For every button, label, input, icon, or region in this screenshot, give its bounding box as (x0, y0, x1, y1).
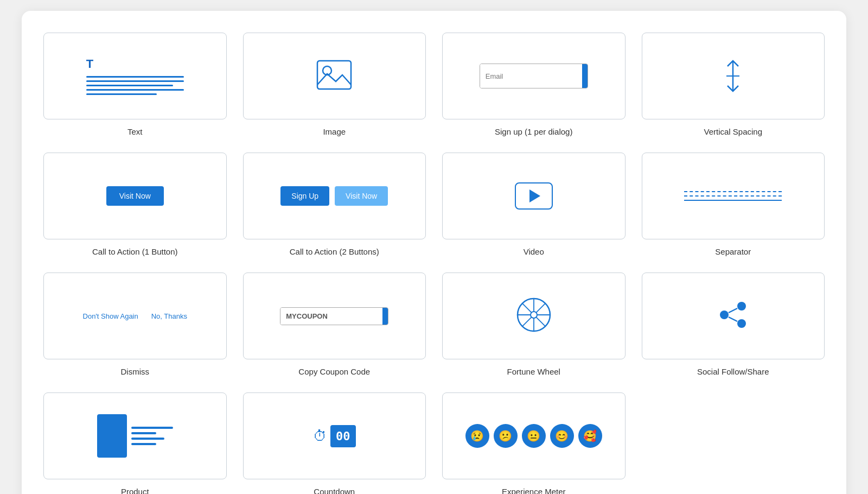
grid-item-social: Social Follow/Share (642, 273, 825, 376)
label-vspacing: Vertical Spacing (704, 127, 762, 136)
emoji-love: 🥰 (578, 424, 602, 448)
label-product: Product (121, 487, 149, 494)
product-icon (97, 414, 173, 458)
label-coupon: Copy Coupon Code (298, 367, 370, 376)
card-cta1[interactable]: Visit Now (43, 153, 227, 239)
coupon-copy-button[interactable]: COPY (382, 308, 388, 325)
grid-item-separator: Separator (642, 153, 825, 256)
widget-grid: T Text (43, 33, 825, 494)
card-coupon[interactable]: COPY (243, 273, 426, 359)
image-icon (315, 59, 353, 93)
label-cta1: Call to Action (1 Button) (92, 247, 178, 256)
svg-point-16 (737, 319, 746, 328)
countdown-display: 00 (330, 425, 356, 447)
label-fortune: Fortune Wheel (507, 367, 560, 376)
card-fortune[interactable] (442, 273, 626, 359)
emoji-neutral: 😐 (522, 424, 546, 448)
grid-item-video: Video (442, 153, 626, 256)
card-vspacing[interactable] (642, 33, 825, 119)
card-signup[interactable]: Sign Up (442, 33, 626, 119)
label-text: Text (127, 127, 143, 136)
svg-line-12 (536, 303, 545, 313)
label-social: Social Follow/Share (697, 367, 769, 376)
label-image: Image (323, 127, 346, 136)
card-experience[interactable]: 😢 😕 😐 😊 🥰 (442, 392, 626, 479)
label-dismiss: Dismiss (121, 367, 150, 376)
main-container: T Text (22, 11, 846, 494)
cta1-button[interactable]: Visit Now (106, 186, 164, 206)
card-product[interactable] (43, 392, 227, 479)
product-text-lines (131, 414, 173, 458)
emoji-very-sad: 😢 (465, 424, 489, 448)
svg-line-10 (522, 303, 532, 313)
clock-icon: ⏱ (313, 428, 327, 445)
svg-point-14 (737, 302, 746, 311)
card-image[interactable] (243, 33, 426, 119)
dismiss-links: Don't Show Again No, Thanks (83, 312, 187, 320)
grid-item-text: T Text (43, 33, 227, 136)
grid-item-signup: Sign Up Sign up (1 per dialog) (442, 33, 626, 136)
emoji-sad: 😕 (494, 424, 518, 448)
label-video: Video (524, 247, 544, 256)
signup-button[interactable]: Sign Up (582, 64, 588, 88)
card-text[interactable]: T (43, 33, 227, 119)
no-thanks-link[interactable]: No, Thanks (151, 312, 187, 320)
grid-item-experience: 😢 😕 😐 😊 🥰 Experience Meter (442, 392, 626, 494)
grid-item-image: Image (243, 33, 426, 136)
vspacing-icon (724, 60, 742, 92)
coupon-form: COPY (280, 307, 388, 325)
grid-item-countdown: ⏱ 00 Countdown (243, 392, 426, 494)
separator-icon (684, 191, 782, 201)
label-separator: Separator (715, 247, 751, 256)
card-social[interactable] (642, 273, 825, 359)
label-experience: Experience Meter (502, 487, 566, 494)
label-cta2: Call to Action (2 Buttons) (290, 247, 379, 256)
svg-line-13 (522, 317, 532, 326)
card-separator[interactable] (642, 153, 825, 239)
fortune-wheel-icon (515, 296, 553, 336)
grid-item-cta2: Sign Up Visit Now Call to Action (2 Butt… (243, 153, 426, 256)
card-video[interactable] (442, 153, 626, 239)
coupon-code-input[interactable] (280, 308, 382, 325)
t-letter: T (86, 57, 93, 71)
cta2-button2[interactable]: Visit Now (335, 186, 388, 206)
grid-item-dismiss: Don't Show Again No, Thanks Dismiss (43, 273, 227, 376)
grid-item-cta1: Visit Now Call to Action (1 Button) (43, 153, 227, 256)
svg-line-18 (729, 317, 737, 321)
grid-item-product: Product (43, 392, 227, 494)
signup-form: Sign Up (480, 64, 588, 88)
label-countdown: Countdown (314, 487, 355, 494)
grid-item-fortune: Fortune Wheel (442, 273, 626, 376)
play-icon (529, 189, 540, 202)
product-image (97, 414, 127, 458)
text-lines (86, 76, 184, 95)
card-countdown[interactable]: ⏱ 00 (243, 392, 426, 479)
svg-rect-0 (317, 61, 351, 89)
svg-line-11 (536, 317, 545, 326)
signup-email-input[interactable] (480, 64, 582, 88)
emoji-row: 😢 😕 😐 😊 🥰 (465, 424, 602, 448)
card-dismiss[interactable]: Don't Show Again No, Thanks (43, 273, 227, 359)
dont-show-again-link[interactable]: Don't Show Again (83, 312, 138, 320)
label-signup: Sign up (1 per dialog) (495, 127, 572, 136)
svg-line-17 (729, 308, 737, 313)
grid-item-coupon: COPY Copy Coupon Code (243, 273, 426, 376)
countdown-icon: ⏱ 00 (313, 425, 356, 447)
grid-item-vspacing: Vertical Spacing (642, 33, 825, 136)
text-icon: T (81, 52, 189, 100)
cta2-button1[interactable]: Sign Up (280, 186, 329, 206)
svg-point-15 (720, 311, 729, 319)
card-cta2[interactable]: Sign Up Visit Now (243, 153, 426, 239)
emoji-happy: 😊 (550, 424, 574, 448)
cta2-buttons: Sign Up Visit Now (280, 186, 388, 206)
social-share-icon (717, 299, 749, 333)
video-icon (515, 182, 553, 210)
